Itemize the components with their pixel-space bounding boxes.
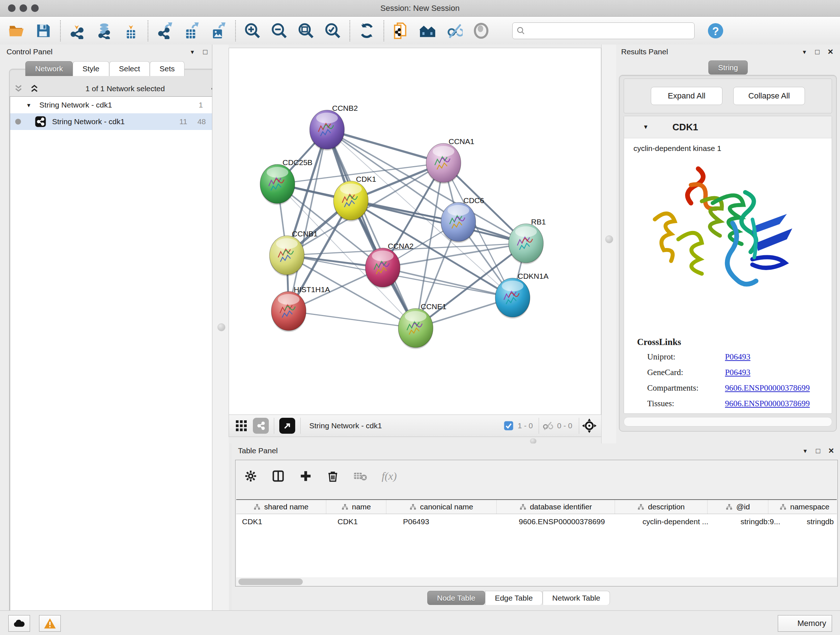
- column-header-sharedname[interactable]: shared name: [236, 500, 326, 514]
- network-edge-HIST1H1A-CCNE1[interactable]: [289, 311, 416, 328]
- zoom-in-icon[interactable]: [244, 22, 261, 40]
- zoom-out-icon[interactable]: [271, 22, 288, 40]
- column-header-description[interactable]: description: [615, 500, 707, 514]
- network-node-RB1[interactable]: [508, 224, 543, 264]
- help-icon[interactable]: ?: [707, 22, 724, 40]
- table-cell[interactable]: P06493: [397, 517, 513, 526]
- table-horizontal-scrollbar[interactable]: [237, 578, 836, 585]
- network-collection-row[interactable]: ▼ String Network - cdk1 1: [10, 97, 212, 113]
- table-options-gear-icon[interactable]: [244, 470, 257, 483]
- warnings-button[interactable]: [39, 615, 61, 632]
- control-panel-collapse-icon[interactable]: ▼: [189, 49, 195, 55]
- table-panel-collapse-icon[interactable]: ▼: [802, 448, 808, 454]
- table-cell[interactable]: stringdb: [801, 517, 837, 526]
- right-splitter[interactable]: [601, 44, 616, 443]
- network-edge-CCNB2-CCNE1[interactable]: [327, 130, 416, 328]
- results-panel-close-icon[interactable]: ✕: [827, 48, 834, 55]
- hide-selected-icon[interactable]: [446, 22, 463, 40]
- network-row[interactable]: String Network - cdk1 11 48: [10, 113, 212, 130]
- results-panel-collapse-icon[interactable]: ▼: [802, 49, 807, 55]
- network-canvas[interactable]: CCNB2CCNA1CDC25BCDK1CDC6RB1CCNB1CCNA2CDK…: [229, 48, 601, 415]
- crosslink-link[interactable]: 9606.ENSP00000378699: [725, 383, 810, 393]
- table-panel-close-icon[interactable]: ✕: [828, 447, 834, 454]
- delete-column-trash-icon[interactable]: [327, 470, 339, 483]
- bottom-splitter-grip[interactable]: [530, 439, 537, 444]
- table-cell[interactable]: 9606.ENSP00000378699: [513, 517, 637, 526]
- delete-table-icon[interactable]: [354, 470, 367, 482]
- crosslink-link[interactable]: P06493: [725, 368, 750, 377]
- expand-all-button[interactable]: Expand All: [651, 87, 722, 105]
- collapse-all-networks-icon[interactable]: [29, 84, 40, 93]
- network-node-CCNB1[interactable]: [270, 236, 304, 276]
- grid-view-icon[interactable]: [235, 419, 248, 432]
- create-column-plus-icon[interactable]: [299, 470, 312, 483]
- table-cell[interactable]: CDK1: [236, 517, 332, 526]
- network-node-HIST1H1A[interactable]: [271, 291, 306, 332]
- search-input[interactable]: [512, 22, 695, 39]
- export-image-icon[interactable]: [210, 22, 227, 40]
- table-panel-float-icon[interactable]: □: [816, 447, 820, 454]
- export-table-icon[interactable]: [183, 22, 201, 40]
- import-network-file-icon[interactable]: [69, 22, 86, 40]
- import-network-database-icon[interactable]: [95, 22, 113, 40]
- export-network-icon[interactable]: [156, 22, 174, 40]
- network-node-CCNB2[interactable]: [309, 110, 344, 150]
- table-row[interactable]: CDK1CDK1P064939606.ENSP00000378699cyclin…: [236, 514, 837, 529]
- new-network-from-selection-icon[interactable]: [392, 22, 409, 40]
- memory-button[interactable]: Memory: [778, 615, 832, 632]
- network-graph[interactable]: CCNB2CCNA1CDC25BCDK1CDC6RB1CCNB1CCNA2CDK…: [229, 48, 601, 415]
- network-node-CDK1[interactable]: [333, 181, 368, 222]
- network-node-CCNA1[interactable]: [426, 143, 461, 184]
- network-node-CCNE1[interactable]: [398, 309, 433, 349]
- string-home-icon[interactable]: [419, 22, 436, 40]
- node-details-header[interactable]: ▼ CDK1: [624, 116, 832, 138]
- results-horizontal-scrollbar[interactable]: [624, 417, 832, 426]
- network-node-CDC6[interactable]: [441, 203, 476, 243]
- collapse-all-button[interactable]: Collapse All: [733, 87, 805, 105]
- open-session-icon[interactable]: [8, 22, 25, 40]
- function-builder-icon[interactable]: f(x): [382, 470, 397, 482]
- network-edge-CCNB2-HIST1H1A[interactable]: [289, 130, 327, 311]
- table-cell[interactable]: cyclin-dependent ...: [637, 517, 735, 526]
- refresh-icon[interactable]: [358, 22, 376, 40]
- results-tab-string[interactable]: String: [708, 60, 748, 74]
- fit-content-crosshair-icon[interactable]: [582, 418, 597, 433]
- save-session-icon[interactable]: [35, 22, 52, 40]
- entry-collapse-icon[interactable]: ▼: [643, 124, 649, 130]
- show-all-icon[interactable]: [472, 22, 490, 40]
- network-edge-CCNB2-CCNA1[interactable]: [327, 130, 444, 163]
- column-header-databaseidentifier[interactable]: database identifier: [497, 500, 615, 514]
- tab-network-table[interactable]: Network Table: [543, 591, 610, 605]
- results-panel-float-icon[interactable]: □: [815, 48, 819, 55]
- table-cell[interactable]: stringdb:9...: [735, 517, 801, 526]
- column-header-namespace[interactable]: namespace: [768, 500, 837, 514]
- crosslink-link[interactable]: 9606.ENSP00000378699: [725, 399, 810, 408]
- table-scrollbar-thumb[interactable]: [238, 578, 303, 585]
- column-header-canonicalname[interactable]: canonical name: [386, 500, 497, 514]
- column-header-name[interactable]: name: [326, 500, 386, 514]
- left-splitter[interactable]: [212, 44, 229, 610]
- left-splitter-grip[interactable]: [218, 323, 225, 331]
- crosslink-link[interactable]: P06493: [725, 352, 750, 361]
- tab-sets[interactable]: Sets: [150, 61, 185, 76]
- column-header-id[interactable]: @id: [707, 500, 768, 514]
- network-edge-CCNA2-CDKN1A[interactable]: [383, 268, 513, 298]
- show-columns-icon[interactable]: [272, 470, 285, 483]
- search-text-input[interactable]: [526, 26, 694, 35]
- tab-edge-table[interactable]: Edge Table: [485, 591, 543, 605]
- detach-view-icon[interactable]: [279, 418, 295, 434]
- tab-node-table[interactable]: Node Table: [427, 591, 485, 605]
- selected-checkbox-icon[interactable]: [503, 420, 514, 431]
- expand-all-networks-icon[interactable]: [13, 84, 24, 93]
- network-edge-CDK1-RB1[interactable]: [351, 201, 526, 243]
- network-node-CDC25B[interactable]: [260, 165, 295, 205]
- tree-expand-icon[interactable]: ▼: [26, 102, 32, 108]
- cloud-status-button[interactable]: [8, 615, 30, 632]
- table-cell[interactable]: CDK1: [332, 517, 397, 526]
- tab-network[interactable]: Network: [25, 61, 73, 76]
- network-node-CCNA2[interactable]: [365, 248, 400, 288]
- control-panel-float-icon[interactable]: □: [203, 48, 207, 55]
- import-table-file-icon[interactable]: [122, 22, 140, 40]
- network-node-CDKN1A[interactable]: [495, 278, 530, 318]
- birds-eye-share-icon[interactable]: [253, 418, 269, 434]
